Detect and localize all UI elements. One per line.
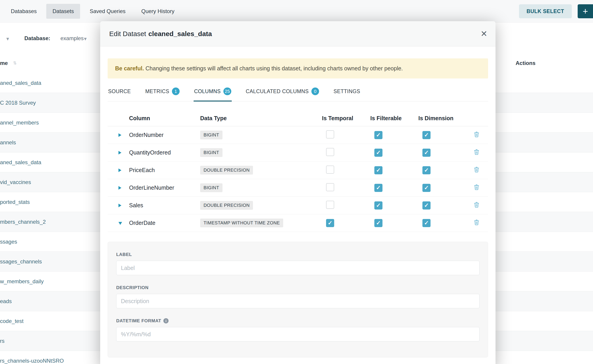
is-dimension-checkbox[interactable]	[422, 219, 430, 227]
sort-icon[interactable]: ⇅	[13, 60, 17, 66]
description-input[interactable]	[116, 294, 480, 308]
close-icon[interactable]: ✕	[481, 21, 488, 46]
column-header-name[interactable]: me	[0, 60, 8, 66]
is-temporal-checkbox[interactable]	[326, 148, 334, 156]
dataset-link[interactable]: mbers_channels_2	[0, 219, 46, 225]
label-input[interactable]	[116, 261, 480, 275]
is-dimension-checkbox[interactable]	[422, 202, 430, 209]
nav-item-datasets[interactable]: Datasets	[46, 4, 80, 19]
is-temporal-checkbox[interactable]	[326, 166, 334, 174]
datetime-format-input[interactable]	[116, 327, 480, 341]
nav-item-saved-queries[interactable]: Saved Queries	[83, 4, 132, 19]
caret-right-icon	[119, 204, 121, 207]
column-detail-panel: LABEL DESCRIPTION DATETIME FORMAT i	[108, 242, 488, 358]
caret-right-icon	[119, 169, 121, 172]
data-type-badge: TIMESTAMP WITHOUT TIME ZONE	[200, 219, 283, 227]
delete-icon[interactable]	[474, 219, 480, 226]
column-row: OrderLineNumberBIGINT	[108, 179, 488, 197]
tab-label: SETTINGS	[334, 88, 360, 95]
description-field-label: DESCRIPTION	[116, 285, 480, 290]
expand-toggle[interactable]	[108, 202, 129, 209]
column-name: QuantityOrdered	[129, 149, 200, 156]
is-dimension-checkbox[interactable]	[422, 166, 430, 174]
edit-dataset-modal: Edit Datasetcleaned_sales_data ✕ Be care…	[100, 21, 495, 364]
delete-icon[interactable]	[474, 149, 480, 155]
dataset-link[interactable]: ported_stats	[0, 199, 30, 205]
column-name: OrderNumber	[129, 132, 200, 138]
dataset-link[interactable]: vid_vaccines	[0, 179, 31, 185]
expand-toggle[interactable]	[108, 220, 129, 226]
is-dimension-checkbox[interactable]	[422, 149, 430, 157]
dataset-link[interactable]: annels	[0, 139, 16, 146]
is-temporal-checkbox[interactable]	[326, 183, 334, 191]
delete-icon[interactable]	[474, 131, 480, 138]
column-row: SalesDOUBLE PRECISION	[108, 197, 488, 214]
tab-calculated-columns[interactable]: CALCULATED COLUMNS 0	[245, 86, 320, 102]
column-name: OrderDate	[129, 220, 200, 226]
label-field-group: LABEL	[116, 252, 480, 275]
tab-label: CALCULATED COLUMNS	[246, 88, 309, 95]
info-icon[interactable]: i	[163, 318, 169, 323]
delete-icon[interactable]	[474, 184, 480, 191]
column-name: OrderLineNumber	[129, 184, 200, 191]
is-dimension-checkbox[interactable]	[422, 131, 430, 139]
expand-toggle[interactable]	[108, 184, 129, 191]
calculated-columns-count-badge: 0	[311, 87, 319, 95]
dataset-link[interactable]: aned_sales_data	[0, 159, 41, 166]
tab-label: METRICS	[145, 88, 169, 95]
chevron-down-icon[interactable]: ▾	[84, 36, 87, 42]
database-filter-value[interactable]: examples	[60, 35, 84, 41]
bulk-select-button[interactable]: BULK SELECT	[519, 4, 572, 18]
dataset-link[interactable]: ssages_channels	[0, 259, 42, 265]
modal-body: Be careful. Changing these settings will…	[100, 58, 495, 358]
tab-label: COLUMNS	[194, 88, 221, 95]
column-row: OrderDateTIMESTAMP WITHOUT TIME ZONE	[108, 214, 488, 232]
is-dimension-checkbox[interactable]	[422, 184, 430, 192]
expand-toggle[interactable]	[108, 132, 129, 138]
data-type-badge: DOUBLE PRECISION	[200, 201, 253, 210]
dataset-link[interactable]: aned_sales_data	[0, 80, 41, 86]
is-temporal-checkbox[interactable]	[326, 219, 334, 227]
dataset-link[interactable]: C 2018 Survey	[0, 100, 36, 106]
tab-settings[interactable]: SETTINGS	[333, 86, 361, 102]
dataset-link[interactable]: code_test	[0, 318, 23, 324]
header-is-dimension: Is Dimension	[418, 115, 473, 122]
tab-metrics[interactable]: METRICS 1	[145, 86, 180, 102]
header-is-temporal: Is Temporal	[322, 115, 370, 122]
is-temporal-checkbox[interactable]	[326, 130, 334, 138]
data-type-badge: BIGINT	[200, 148, 223, 157]
column-row: OrderNumberBIGINT	[108, 126, 488, 144]
dataset-link[interactable]: ssages	[0, 239, 17, 245]
dataset-link[interactable]: w_members_daily	[0, 278, 44, 285]
dataset-link[interactable]: rs	[0, 338, 5, 344]
data-type-badge: BIGINT	[200, 183, 223, 192]
warning-text: Changing these settings will affect all …	[144, 65, 403, 72]
plus-icon: +	[583, 6, 588, 16]
add-dataset-button[interactable]: +	[578, 4, 593, 18]
dataset-link[interactable]: rs_channels-uzooNNtSRO	[0, 358, 64, 364]
column-name: Sales	[129, 202, 200, 209]
warning-banner: Be careful. Changing these settings will…	[108, 58, 488, 78]
expand-toggle[interactable]	[108, 167, 129, 173]
is-filterable-checkbox[interactable]	[374, 202, 382, 209]
datetime-format-label-text: DATETIME FORMAT	[116, 318, 161, 323]
is-temporal-checkbox[interactable]	[326, 201, 334, 209]
chevron-down-icon[interactable]: ▾	[6, 36, 9, 42]
tab-source[interactable]: SOURCE	[108, 86, 131, 102]
delete-icon[interactable]	[474, 202, 480, 208]
nav-item-query-history[interactable]: Query History	[135, 4, 181, 19]
is-filterable-checkbox[interactable]	[374, 149, 382, 157]
nav-item-databases[interactable]: Databases	[5, 4, 43, 19]
modal-dataset-name: cleaned_sales_data	[148, 30, 212, 38]
dataset-link[interactable]: annel_members	[0, 120, 39, 126]
is-filterable-checkbox[interactable]	[374, 131, 382, 139]
tab-columns[interactable]: COLUMNS 25	[194, 86, 232, 102]
expand-toggle[interactable]	[108, 149, 129, 156]
is-filterable-checkbox[interactable]	[374, 166, 382, 174]
dataset-link[interactable]: eads	[0, 298, 12, 305]
caret-right-icon	[119, 186, 121, 190]
column-row: PriceEachDOUBLE PRECISION	[108, 162, 488, 179]
is-filterable-checkbox[interactable]	[374, 219, 382, 227]
is-filterable-checkbox[interactable]	[374, 184, 382, 192]
delete-icon[interactable]	[474, 166, 480, 173]
